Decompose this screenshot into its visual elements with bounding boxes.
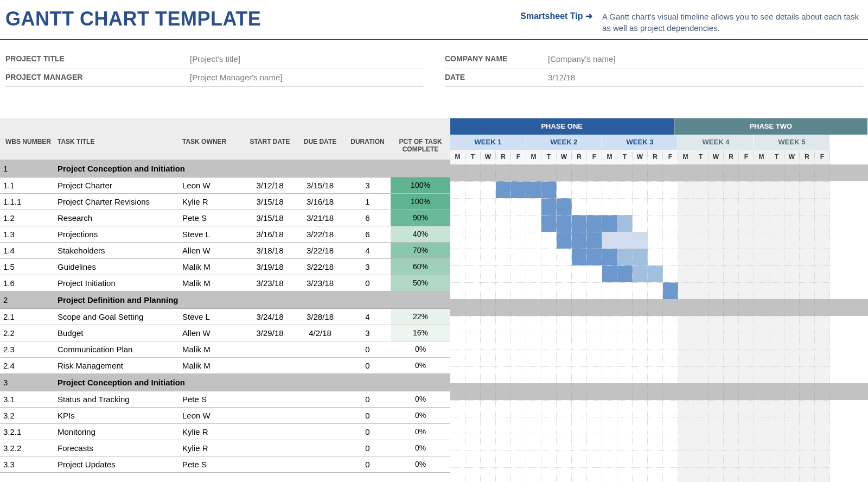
task-title: Project Initiation [54,275,179,291]
task-row[interactable]: 3.2.2ForecastsKylie R00% [0,440,450,456]
col-due: DUE DATE [296,118,344,160]
task-row[interactable]: 3.2.1MonitoringKylie R00% [0,424,450,440]
col-start: START DATE [244,118,296,160]
day-header: R [800,150,815,164]
task-wbs: 1.3 [0,226,54,242]
company-name-label: COMPANY NAME [445,54,548,64]
col-pct: PCT OF TASK COMPLETE [391,118,450,160]
task-start [244,440,296,456]
smartsheet-tip-link[interactable]: Smartsheet Tip ➜ [520,11,592,21]
task-start [244,424,296,440]
section-row[interactable]: 1Project Conception and Initiation [0,160,450,177]
grid-task-row [450,215,868,232]
task-pct: 0% [391,440,450,456]
task-due [296,358,344,373]
task-owner: Malik M [179,341,244,357]
header: GANTT CHART TEMPLATE Smartsheet Tip ➜ A … [0,0,868,40]
task-row[interactable]: 1.5GuidelinesMalik M3/19/183/22/18360% [0,259,450,275]
task-wbs: 3.2 [0,408,54,423]
week-row: WEEK 1WEEK 2WEEK 3WEEK 4WEEK 5 [450,135,868,150]
day-header: W [633,150,648,164]
task-start [244,408,296,423]
task-row[interactable]: 1.3ProjectionsSteve L3/16/183/22/18640% [0,226,450,243]
day-header: M [754,150,769,164]
section-row[interactable]: 3Project Conception and Initiation [0,374,450,391]
project-manager-value[interactable]: [Project Manager's name] [190,73,282,82]
task-title: Communication Plan [54,341,179,357]
task-row[interactable]: 3.2KPIsLeon W00% [0,408,450,424]
task-row[interactable]: 3.3Project UpdatesPete S00% [0,456,450,473]
grid-task-row [450,232,868,249]
task-wbs: 1.2 [0,210,54,226]
day-header: M [450,150,465,164]
task-owner: Leon W [179,177,244,193]
task-row[interactable]: 1.6Project InitiationMalik M3/23/183/23/… [0,275,450,291]
task-wbs: 2.1 [0,309,54,325]
grid-task-row [450,400,868,417]
task-row[interactable]: 3.1Status and TrackingPete S00% [0,391,450,408]
task-due [296,391,344,407]
project-title-value[interactable]: [Project's title] [190,54,240,64]
task-start: 3/12/18 [244,177,296,193]
task-due: 3/28/18 [296,309,344,325]
task-row[interactable]: 1.4StakeholdersAllen W3/18/183/22/18470% [0,243,450,259]
task-owner: Steve L [179,226,244,242]
date-value[interactable]: 3/12/18 [548,73,575,82]
task-title: KPIs [54,408,179,423]
task-row[interactable]: 2.2BudgetAllen W3/29/184/2/18316% [0,325,450,341]
task-title: Forecasts [54,440,179,456]
task-wbs: 1.6 [0,275,54,291]
task-duration: 0 [344,391,391,407]
section-wbs: 1 [0,160,54,177]
day-header: W [784,150,800,164]
task-title: Budget [54,325,179,341]
task-owner: Malik M [179,275,244,291]
page-title: GANTT CHART TEMPLATE [5,8,261,30]
day-header: F [815,150,830,164]
week-header: WEEK 3 [602,135,678,150]
task-pane: WBS NUMBER TASK TITLE TASK OWNER START D… [0,118,450,482]
section-row[interactable]: 2Project Definition and Planning [0,291,450,309]
day-header: T [769,150,784,164]
grid-task-row [450,366,868,383]
task-duration: 0 [344,456,391,472]
task-pct: 0% [391,424,450,440]
task-row[interactable]: 1.2ResearchPete S3/15/183/21/18690% [0,210,450,226]
task-start [244,456,296,472]
task-owner: Malik M [179,259,244,275]
project-title-label: PROJECT TITLE [5,54,190,64]
task-row[interactable]: 2.1Scope and Goal SettingSteve L3/24/183… [0,309,450,325]
task-row[interactable]: 1.1.1Project Charter RevisionsKylie R3/1… [0,194,450,210]
task-wbs: 3.2.1 [0,424,54,440]
day-header-row: MTWRFMTWRFMTWRFMTWRFMTWRF [450,150,868,164]
section-wbs: 2 [0,291,54,308]
task-title: Research [54,210,179,226]
day-header: T [617,150,633,164]
task-title: Project Updates [54,456,179,472]
day-header: T [693,150,709,164]
task-wbs: 2.4 [0,358,54,373]
task-pct: 90% [391,210,450,226]
company-name-value[interactable]: [Company's name] [548,54,616,64]
task-start [244,358,296,373]
task-row[interactable]: 2.3Communication PlanMalik M00% [0,341,450,358]
section-title: Project Definition and Planning [54,291,450,308]
task-owner: Pete S [179,210,244,226]
task-start: 3/15/18 [244,210,296,226]
task-due: 3/22/18 [296,243,344,258]
task-pct: 60% [391,259,450,275]
day-header: W [557,150,572,164]
grid-task-row [450,333,868,350]
task-due: 4/2/18 [296,325,344,341]
gantt-chart: WBS NUMBER TASK TITLE TASK OWNER START D… [0,118,868,482]
task-pct: 16% [391,325,450,341]
task-row[interactable]: 2.4Risk ManagementMalik M00% [0,358,450,374]
task-row[interactable]: 1.1Project CharterLeon W3/12/183/15/1831… [0,177,450,194]
task-start: 3/24/18 [244,309,296,325]
task-due: 3/22/18 [296,259,344,275]
phase-row: PHASE ONEPHASE TWO [450,118,868,135]
task-duration: 4 [344,309,391,325]
task-duration: 0 [344,275,391,291]
task-duration: 0 [344,424,391,440]
task-wbs: 3.3 [0,456,54,472]
